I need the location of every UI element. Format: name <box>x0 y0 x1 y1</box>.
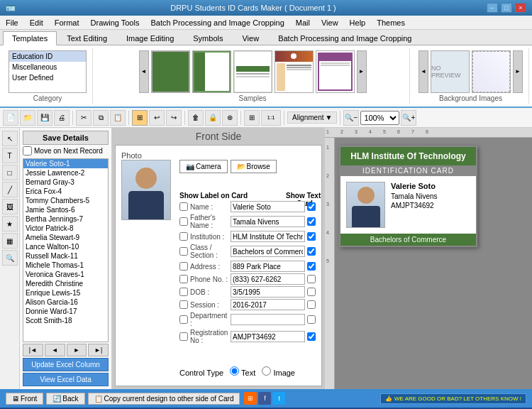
tool-text[interactable]: T <box>2 148 18 163</box>
field-input[interactable] <box>231 299 305 310</box>
record-item[interactable]: Victor Patrick-8 <box>23 224 108 233</box>
record-item[interactable]: Michele Thomas-1 <box>23 261 108 270</box>
tb-select[interactable]: ⊞ <box>132 110 148 126</box>
record-item[interactable]: Alison Garcia-16 <box>23 298 108 307</box>
category-list[interactable]: Education ID Miscellaneous User Defined <box>9 50 87 93</box>
category-misc[interactable]: Miscellaneous <box>9 62 86 72</box>
field-show-checkbox[interactable] <box>179 232 188 241</box>
rating-badge[interactable]: 👍 WE ARE GOOD OR BAD? LET OTHERS KNOW ! <box>380 393 526 404</box>
menu-item-mail[interactable]: Mail <box>290 16 316 30</box>
tb-zoom-in[interactable]: 🔍+ <box>401 110 416 126</box>
sample-thumb-5[interactable] <box>316 50 355 93</box>
field-show-text-checkbox[interactable] <box>307 332 316 341</box>
tb-save[interactable]: 💾 <box>37 110 52 126</box>
field-input[interactable] <box>231 216 305 227</box>
record-item[interactable]: Tommy Chambers-5 <box>23 196 108 205</box>
ribbon-tab-view[interactable]: View <box>233 31 268 45</box>
status-front-button[interactable]: 🖥 Front <box>6 393 43 405</box>
field-show-checkbox[interactable] <box>179 247 188 256</box>
field-show-text-checkbox[interactable] <box>307 315 316 324</box>
category-user[interactable]: User Defined <box>9 72 86 83</box>
rss-btn[interactable]: ⊞ <box>244 392 257 405</box>
tool-select[interactable]: ↖ <box>2 131 18 146</box>
image-radio[interactable] <box>262 366 271 376</box>
menu-item-file[interactable]: File <box>0 16 24 30</box>
tb-lock[interactable]: 🔒 <box>205 110 221 126</box>
tool-line[interactable]: ╱ <box>2 182 18 197</box>
sample-thumb-4[interactable] <box>275 50 314 93</box>
camera-button[interactable]: 📷 Camera <box>179 160 228 173</box>
record-item[interactable]: Russell Mack-11 <box>23 251 108 261</box>
category-education[interactable]: Education ID <box>9 51 86 62</box>
field-show-checkbox[interactable] <box>179 262 188 271</box>
field-show-text-checkbox[interactable] <box>307 275 316 283</box>
record-item[interactable]: Erica Fox-4 <box>23 187 108 196</box>
record-item[interactable]: Donnie Ward-17 <box>23 307 108 316</box>
field-input[interactable] <box>231 231 305 242</box>
record-item[interactable]: Bertha Jennings-7 <box>23 214 108 224</box>
status-back-button[interactable]: 🔄 Back <box>46 393 84 405</box>
ribbon-tab-image-editing[interactable]: Image Editing <box>117 31 183 45</box>
bg-scroll-left[interactable]: ◄ <box>419 50 428 93</box>
alignment-dropdown[interactable]: Alignment ▼ <box>287 111 337 124</box>
field-show-checkbox[interactable] <box>179 332 188 341</box>
tb-zoom-in2[interactable]: ⊕ <box>222 110 238 126</box>
browse-button[interactable]: 📂 Browse <box>231 160 277 173</box>
zoom-select[interactable]: 100% 75% 50% 125% 150% <box>360 111 399 125</box>
field-input[interactable] <box>231 201 305 212</box>
tb-grid[interactable]: ⊞ <box>244 110 260 126</box>
record-item[interactable]: Jamie Santos-6 <box>23 205 108 214</box>
field-show-text-checkbox[interactable] <box>307 247 316 256</box>
record-item[interactable]: Amelia Stewart-9 <box>23 233 108 242</box>
nav-first[interactable]: |◄ <box>23 344 43 356</box>
save-details-button[interactable]: Save Details <box>23 131 109 145</box>
ribbon-tab-batch-processing-and-image-cropping[interactable]: Batch Processing and Image Cropping <box>269 31 421 45</box>
menu-item-format[interactable]: Format <box>49 16 85 30</box>
minimize-button[interactable]: − <box>487 3 498 13</box>
tb-open[interactable]: 📁 <box>20 110 35 126</box>
tb-copy[interactable]: ⧉ <box>93 110 109 126</box>
tool-barcode[interactable]: ▦ <box>2 233 18 249</box>
record-item[interactable]: Lance Walton-10 <box>23 242 108 251</box>
tb-1to1[interactable]: 1:1 <box>261 110 281 126</box>
tb-cut[interactable]: ✂ <box>76 110 92 126</box>
tb-zoom-out[interactable]: 🔍− <box>343 110 359 126</box>
field-show-checkbox[interactable] <box>179 288 188 296</box>
text-radio[interactable] <box>230 366 239 376</box>
menu-item-edit[interactable]: Edit <box>24 16 49 30</box>
field-show-checkbox[interactable] <box>179 217 188 226</box>
record-item[interactable]: Enrique Lewis-15 <box>23 288 108 298</box>
bg-scroll-right[interactable]: ► <box>513 50 523 93</box>
nav-next[interactable]: ► <box>67 344 87 356</box>
field-show-checkbox[interactable] <box>179 275 188 283</box>
field-show-text-checkbox[interactable] <box>307 288 316 296</box>
tw-btn[interactable]: t <box>272 392 285 405</box>
tool-zoom[interactable]: 🔍 <box>2 250 18 266</box>
field-input[interactable] <box>231 314 305 325</box>
record-item[interactable]: Valerie Soto-1 <box>23 159 108 168</box>
ribbon-tab-text-editing[interactable]: Text Editing <box>57 31 116 45</box>
records-list[interactable]: Valerie Soto-1Jessie Lawrence-2Bernard G… <box>23 158 109 342</box>
view-excel-button[interactable]: View Excel Data <box>23 373 109 386</box>
ribbon-tab-templates[interactable]: Templates <box>3 31 57 45</box>
menu-item-drawing-tools[interactable]: Drawing Tools <box>85 16 145 30</box>
menu-item-help[interactable]: Help <box>344 16 372 30</box>
tool-star[interactable]: ★ <box>2 216 18 231</box>
field-show-checkbox[interactable] <box>179 202 188 211</box>
record-item[interactable]: Veronica Graves-1 <box>23 270 108 279</box>
update-excel-button[interactable]: Update Excel Column <box>23 358 109 371</box>
field-show-text-checkbox[interactable] <box>307 262 316 271</box>
fb-btn[interactable]: f <box>258 392 271 405</box>
field-input[interactable] <box>231 261 305 272</box>
status-copy-button[interactable]: 📋 Copy current design to other side of C… <box>88 393 240 405</box>
field-show-text-checkbox[interactable] <box>307 232 316 241</box>
field-input[interactable] <box>231 286 305 298</box>
sample-thumb-1[interactable] <box>151 50 190 93</box>
tb-del[interactable]: 🗑 <box>188 110 204 126</box>
bg-thumb-2[interactable] <box>472 50 511 93</box>
maximize-button[interactable]: □ <box>501 3 512 13</box>
record-item[interactable]: Meredith Christine <box>23 279 108 288</box>
field-input[interactable] <box>231 246 305 257</box>
tb-print[interactable]: 🖨 <box>54 110 70 126</box>
record-item[interactable]: Bernard Gray-3 <box>23 178 108 187</box>
